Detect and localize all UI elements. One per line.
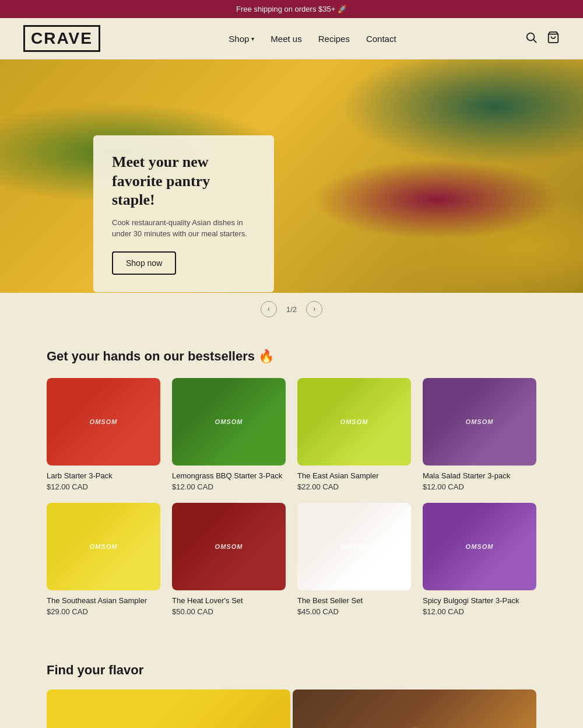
product-card[interactable]: OMSOMLemongrass BBQ Starter 3-Pack$12.00… [172, 378, 286, 491]
nav: Shop ▾ Meet us Recipes Contact [229, 34, 396, 44]
product-price: $12.00 CAD [423, 607, 536, 616]
slider-controls: ‹ 1/2 › [0, 293, 583, 326]
hero-heading: Meet your new favorite pantry staple! [112, 153, 255, 210]
product-card[interactable]: OMSOMSpicy Bulgogi Starter 3-Pack$12.00 … [423, 503, 536, 616]
slider-prev-button[interactable]: ‹ [261, 301, 277, 317]
flavor-grid: OMSOM 🍳 [47, 690, 536, 728]
announcement-text: Free shipping on orders $35+ 🚀 [236, 5, 347, 13]
hero-cta-button[interactable]: Shop now [112, 251, 176, 275]
product-name: Lemongrass BBQ Starter 3-Pack [172, 471, 286, 480]
product-card[interactable]: OMSOMLarb Starter 3-Pack$12.00 CAD [47, 378, 160, 491]
product-name: The Southeast Asian Sampler [47, 596, 160, 605]
product-image: OMSOM [297, 503, 411, 590]
product-name: Larb Starter 3-Pack [47, 471, 160, 480]
hero-food-art [0, 60, 583, 293]
announcement-bar: Free shipping on orders $35+ 🚀 [0, 0, 583, 18]
hero-subtext: Cook restaurant-quality Asian dishes in … [112, 217, 255, 240]
product-image: OMSOM [297, 378, 411, 466]
svg-point-0 [527, 33, 535, 41]
flavor-card-merch[interactable]: OMSOM [47, 690, 290, 728]
product-price: $45.00 CAD [297, 607, 411, 616]
flavor-section: Find your flavor OMSOM 🍳 [0, 639, 583, 728]
product-name: Mala Salad Starter 3-pack [423, 471, 536, 480]
hero-content: Meet your new favorite pantry staple! Co… [93, 135, 274, 292]
product-price: $29.00 CAD [47, 607, 160, 616]
food-visual: 🍳 [293, 690, 536, 728]
product-name: Spicy Bulgogi Starter 3-Pack [423, 596, 536, 605]
product-image: OMSOM [47, 503, 160, 590]
product-card[interactable]: OMSOMThe Southeast Asian Sampler$29.00 C… [47, 503, 160, 616]
search-icon[interactable] [525, 31, 538, 46]
flavor-card-food[interactable]: 🍳 [293, 690, 536, 728]
nav-meet-us[interactable]: Meet us [271, 34, 301, 44]
cart-icon[interactable] [547, 31, 560, 46]
product-price: $12.00 CAD [172, 482, 286, 491]
product-price: $22.00 CAD [297, 482, 411, 491]
nav-contact[interactable]: Contact [366, 34, 396, 44]
header-icons [525, 31, 560, 46]
nav-shop[interactable]: Shop ▾ [229, 34, 254, 44]
chevron-down-icon: ▾ [251, 36, 254, 42]
product-card[interactable]: OMSOMThe Best Seller Set$45.00 CAD [297, 503, 411, 616]
products-grid: OMSOMLarb Starter 3-Pack$12.00 CADOMSOML… [47, 378, 536, 616]
product-image: OMSOM [47, 378, 160, 466]
slider-pagination: 1/2 [286, 305, 297, 314]
product-price: $12.00 CAD [423, 482, 536, 491]
product-card[interactable]: OMSOMThe Heat Lover's Set$50.00 CAD [172, 503, 286, 616]
nav-recipes[interactable]: Recipes [318, 34, 350, 44]
product-name: The Best Seller Set [297, 596, 411, 605]
product-price: $12.00 CAD [47, 482, 160, 491]
product-card[interactable]: OMSOMThe East Asian Sampler$22.00 CAD [297, 378, 411, 491]
slider-next-button[interactable]: › [306, 301, 322, 317]
product-price: $50.00 CAD [172, 607, 286, 616]
bestsellers-section: Get your hands on our bestsellers 🔥 OMSO… [0, 326, 583, 639]
bestsellers-title: Get your hands on our bestsellers 🔥 [47, 349, 536, 364]
logo[interactable]: CRAVE [23, 25, 100, 52]
hero-image: Meet your new favorite pantry staple! Co… [0, 60, 583, 293]
product-image: OMSOM [423, 378, 536, 466]
product-name: The Heat Lover's Set [172, 596, 286, 605]
product-image: OMSOM [172, 503, 286, 590]
product-image: OMSOM [172, 378, 286, 466]
product-name: The East Asian Sampler [297, 471, 411, 480]
header: CRAVE Shop ▾ Meet us Recipes Contact [0, 18, 583, 60]
flavor-title: Find your flavor [47, 663, 536, 678]
hero-section: Meet your new favorite pantry staple! Co… [0, 60, 583, 293]
product-image: OMSOM [423, 503, 536, 590]
svg-line-1 [533, 40, 536, 43]
product-card[interactable]: OMSOMMala Salad Starter 3-pack$12.00 CAD [423, 378, 536, 491]
